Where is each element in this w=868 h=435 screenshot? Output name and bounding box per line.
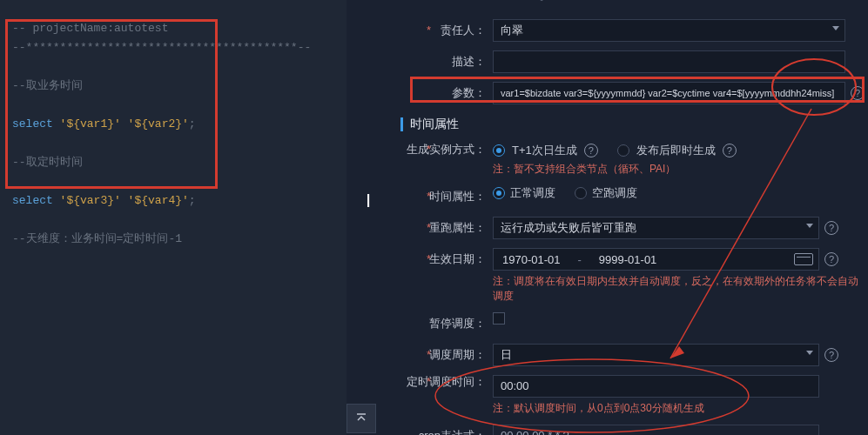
cron-time-input[interactable]: 00:00 xyxy=(493,375,819,398)
cron-expr-label: cron表达式： xyxy=(400,425,493,435)
rerun-select[interactable]: 运行成功或失败后皆可重跑 xyxy=(493,217,819,239)
timeattr-opt1: 正常调度 xyxy=(510,185,555,201)
help-icon[interactable]: ? xyxy=(723,144,737,157)
code-select2-str: '${var3}' '${var4}' xyxy=(60,194,189,207)
section-time-attributes: 时间属性 xyxy=(400,117,868,132)
code-select2-kw: select xyxy=(12,194,60,207)
arrow-up-icon xyxy=(355,412,367,425)
desc-input[interactable] xyxy=(493,50,845,73)
cron-time-label: 定时调度时间： xyxy=(400,375,493,389)
calendar-icon xyxy=(794,253,813,265)
cutoff-value: ODPS SQL xyxy=(493,0,550,1)
timeattr-label: 时间属性： xyxy=(400,185,493,208)
params-label: 参数： xyxy=(400,82,493,104)
text-cursor-icon: I xyxy=(366,190,371,212)
section-title: 时间属性 xyxy=(410,117,459,132)
rerun-label: 重跑属性： xyxy=(400,217,493,239)
chevron-down-icon xyxy=(832,26,839,30)
effective-date-range[interactable]: 1970-01-01 - 9999-01-01 xyxy=(493,248,819,271)
properties-panel: ODPS SQL 责任人： 向翠 描述： 参数： var1=$bizdate v… xyxy=(400,0,868,435)
cron-expr-input[interactable]: 00 00 00 * * ? xyxy=(493,425,819,435)
code-comment-3: --天维度：业务时间=定时时间-1 xyxy=(12,232,182,245)
gen-radio-immediate[interactable] xyxy=(617,144,629,157)
gen-opt2: 发布后即时生成 xyxy=(636,143,716,158)
gen-opt1: T+1次日生成 xyxy=(512,143,577,158)
effdate-note: 注：调度将在有效日期内生效并自动调度，反之，在有效期外的任务将不会自动调度 xyxy=(493,274,867,304)
owner-select[interactable]: 向翠 xyxy=(493,19,845,42)
desc-label: 描述： xyxy=(400,50,493,73)
back-to-top-button[interactable] xyxy=(347,404,376,433)
date-dash: - xyxy=(569,253,590,266)
cycle-label: 调度周期： xyxy=(400,344,493,366)
owner-value: 向翠 xyxy=(501,20,523,41)
gen-label: 生成实例方式： xyxy=(400,143,493,157)
highlight-box-code xyxy=(5,19,218,189)
help-icon[interactable]: ? xyxy=(584,144,598,157)
section-bar-icon xyxy=(400,117,403,131)
chevron-down-icon xyxy=(806,224,813,228)
help-icon[interactable]: ? xyxy=(851,86,865,100)
timeattr-opt2: 空跑调度 xyxy=(592,185,637,201)
timeattr-radio-normal[interactable] xyxy=(493,187,505,199)
owner-label: 责任人： xyxy=(400,19,493,42)
chevron-down-icon xyxy=(806,351,813,355)
gen-note: 注：暂不支持组合类节点（循环、PAI） xyxy=(493,162,676,177)
effdate-label: 生效日期： xyxy=(400,248,493,271)
rerun-value: 运行成功或失败后皆可重跑 xyxy=(501,218,636,238)
cycle-value: 日 xyxy=(501,345,512,365)
gen-radio-t1[interactable] xyxy=(493,144,505,157)
help-icon[interactable]: ? xyxy=(824,252,838,266)
cron-time-note: 注：默认调度时间，从0点到0点30分随机生成 xyxy=(493,401,704,416)
pause-label: 暂停调度： xyxy=(400,312,493,335)
code-select2-end: ; xyxy=(189,194,196,207)
help-icon[interactable]: ? xyxy=(824,221,838,235)
cycle-select[interactable]: 日 xyxy=(493,344,819,366)
effdate-to: 9999-01-01 xyxy=(590,253,666,266)
timeattr-radio-dryrun[interactable] xyxy=(575,187,587,199)
effdate-from: 1970-01-01 xyxy=(494,253,569,266)
params-input[interactable]: var1=$bizdate var3=${yyyymmdd} var2=$cyc… xyxy=(493,82,845,104)
pause-checkbox[interactable] xyxy=(493,312,505,325)
help-icon[interactable]: ? xyxy=(824,348,838,362)
